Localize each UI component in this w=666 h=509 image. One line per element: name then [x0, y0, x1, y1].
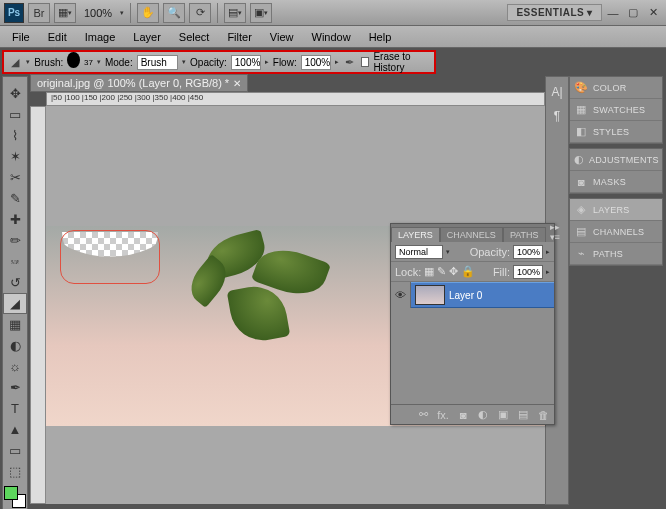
panel-color[interactable]: 🎨COLOR: [570, 77, 662, 99]
lock-label: Lock:: [395, 266, 421, 278]
move-tool[interactable]: ✥: [3, 83, 27, 104]
menu-file[interactable]: File: [4, 28, 38, 46]
layers-floating-panel[interactable]: LAYERS CHANNELS PATHS ▸▸ ▾≡ Normal▾ Opac…: [390, 223, 555, 425]
mode-select[interactable]: Brush: [137, 55, 178, 70]
layer-opacity-input[interactable]: 100%: [513, 245, 543, 259]
adjustment-layer-icon[interactable]: ◐: [476, 408, 490, 421]
styles-icon: ◧: [574, 125, 588, 139]
view-extras-icon[interactable]: ▦▾: [54, 3, 76, 23]
quick-select-tool[interactable]: ✶: [3, 146, 27, 167]
visibility-toggle-icon[interactable]: 👁: [391, 282, 411, 308]
stamp-tool[interactable]: ⎃: [3, 251, 27, 272]
arrange-docs-icon[interactable]: ▤▾: [224, 3, 246, 23]
minimize-icon[interactable]: —: [604, 5, 622, 21]
new-layer-icon[interactable]: ▤: [516, 408, 530, 421]
separator: [217, 3, 218, 23]
opacity-input[interactable]: 100%: [231, 55, 261, 70]
eyedropper-tool[interactable]: ✎: [3, 188, 27, 209]
rotate-view-icon[interactable]: ⟳: [189, 3, 211, 23]
document-tab[interactable]: original.jpg @ 100% (Layer 0, RGB/8) * ✕: [30, 74, 248, 92]
swatches-icon: ▦: [574, 103, 588, 117]
menu-layer[interactable]: Layer: [125, 28, 169, 46]
shape-tool[interactable]: ▭: [3, 440, 27, 461]
eraser-tool[interactable]: ◢: [3, 293, 27, 314]
layer-mask-icon[interactable]: ◙: [456, 409, 470, 421]
color-swatches[interactable]: [4, 486, 26, 508]
tool-palette: ✥ ▭ ⌇ ✶ ✂ ✎ ✚ ✏ ⎃ ↺ ◢ ▦ ◐ ☼ ✒ T ▲ ▭ ⬚: [2, 76, 28, 509]
dodge-tool[interactable]: ☼: [3, 356, 27, 377]
brush-preview-icon[interactable]: [67, 52, 80, 68]
flow-input[interactable]: 100%: [301, 55, 331, 70]
menu-image[interactable]: Image: [77, 28, 124, 46]
workspace-switcher[interactable]: ESSENTIALS ▾: [507, 4, 602, 21]
opacity-label: Opacity:: [190, 57, 227, 68]
highlight-annotation: [60, 230, 160, 284]
paths-tab[interactable]: PATHS: [503, 227, 546, 242]
blend-mode-select[interactable]: Normal: [395, 245, 443, 259]
bridge-icon[interactable]: Br: [28, 3, 50, 23]
panel-swatches[interactable]: ▦SWATCHES: [570, 99, 662, 121]
menu-view[interactable]: View: [262, 28, 302, 46]
layer-item[interactable]: 👁 Layer 0: [391, 282, 554, 308]
zoom-tool-icon[interactable]: 🔍: [163, 3, 185, 23]
erase-history-checkbox[interactable]: [361, 57, 369, 67]
lock-all-icon[interactable]: 🔒: [461, 265, 475, 278]
lasso-tool[interactable]: ⌇: [3, 125, 27, 146]
layer-name[interactable]: Layer 0: [449, 290, 482, 301]
gradient-tool[interactable]: ▦: [3, 314, 27, 335]
screen-mode-icon[interactable]: ▣▾: [250, 3, 272, 23]
brush-tool[interactable]: ✏: [3, 230, 27, 251]
channels-tab[interactable]: CHANNELS: [440, 227, 503, 242]
path-select-tool[interactable]: ▲: [3, 419, 27, 440]
airbrush-icon[interactable]: ✒: [343, 54, 357, 70]
layers-tab[interactable]: LAYERS: [391, 227, 440, 242]
lock-image-icon[interactable]: ✎: [437, 265, 446, 278]
character-panel-icon[interactable]: A|: [548, 83, 566, 101]
link-layers-icon[interactable]: ⚯: [416, 408, 430, 421]
menu-help[interactable]: Help: [361, 28, 400, 46]
paths-icon: ⌁: [574, 247, 588, 261]
panel-menu-icon[interactable]: ▸▸ ▾≡: [546, 222, 564, 242]
menu-edit[interactable]: Edit: [40, 28, 75, 46]
type-tool[interactable]: T: [3, 398, 27, 419]
lock-position-icon[interactable]: ✥: [449, 265, 458, 278]
crop-tool[interactable]: ✂: [3, 167, 27, 188]
ps-logo: Ps: [4, 3, 24, 23]
panel-channels[interactable]: ▤CHANNELS: [570, 221, 662, 243]
history-brush-tool[interactable]: ↺: [3, 272, 27, 293]
blur-tool[interactable]: ◐: [3, 335, 27, 356]
marquee-tool[interactable]: ▭: [3, 104, 27, 125]
fill-input[interactable]: 100%: [513, 265, 543, 279]
document-title: original.jpg @ 100% (Layer 0, RGB/8) *: [37, 77, 229, 89]
lock-transparency-icon[interactable]: ▦: [424, 265, 434, 278]
panel-paths[interactable]: ⌁PATHS: [570, 243, 662, 265]
brush-size: 37: [84, 58, 93, 67]
panel-masks[interactable]: ◙MASKS: [570, 171, 662, 193]
panel-adjustments[interactable]: ◐ADJUSTMENTS: [570, 149, 662, 171]
delete-layer-icon[interactable]: 🗑: [536, 409, 550, 421]
menu-window[interactable]: Window: [304, 28, 359, 46]
layer-thumbnail[interactable]: [415, 285, 445, 305]
chevron-down-icon[interactable]: ▾: [120, 9, 124, 17]
layer-group-icon[interactable]: ▣: [496, 408, 510, 421]
close-document-icon[interactable]: ✕: [233, 78, 241, 89]
palette-icon: 🎨: [574, 81, 588, 95]
restore-icon[interactable]: ▢: [624, 5, 642, 21]
eraser-tool-preset-icon[interactable]: ◢: [8, 54, 22, 70]
3d-tool[interactable]: ⬚: [3, 461, 27, 482]
foreground-color-swatch[interactable]: [4, 486, 18, 500]
pen-tool[interactable]: ✒: [3, 377, 27, 398]
erase-history-label: Erase to History: [373, 51, 430, 73]
layer-fx-icon[interactable]: fx.: [436, 409, 450, 421]
hand-tool-icon[interactable]: ✋: [137, 3, 159, 23]
healing-tool[interactable]: ✚: [3, 209, 27, 230]
layers-icon: ◈: [574, 203, 588, 217]
channels-icon: ▤: [574, 225, 588, 239]
menu-filter[interactable]: Filter: [219, 28, 259, 46]
menu-select[interactable]: Select: [171, 28, 218, 46]
panel-layers[interactable]: ◈LAYERS: [570, 199, 662, 221]
paragraph-panel-icon[interactable]: ¶: [548, 107, 566, 125]
zoom-level[interactable]: 100%: [80, 7, 116, 19]
close-icon[interactable]: ✕: [644, 5, 662, 21]
panel-styles[interactable]: ◧STYLES: [570, 121, 662, 143]
